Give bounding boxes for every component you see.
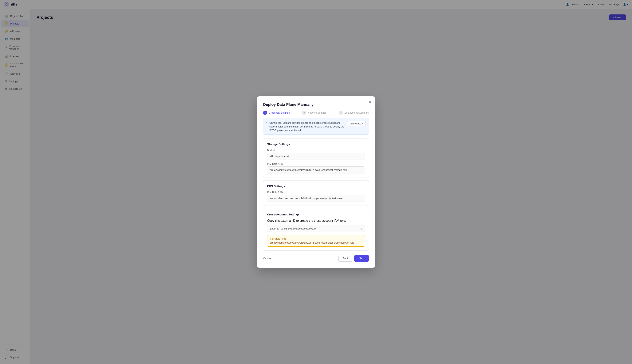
step-2-circle: 2 [302, 110, 306, 115]
copy-icon[interactable]: ⧉ [360, 227, 363, 230]
storage-iam-input[interactable] [267, 166, 365, 174]
view-guide-button[interactable]: View Guide↗ [347, 121, 366, 126]
info-text: On this tab, you are going to create an … [269, 121, 345, 132]
modal-overlay: Deploy Data Plane Manually × 1 Credentia… [31, 9, 632, 364]
eks-iam-input[interactable] [267, 195, 365, 202]
step-1-circle: 1 [263, 110, 267, 115]
modal-footer: Cancel Back Next [263, 255, 369, 262]
bucket-label: Bucket [267, 149, 365, 152]
info-banner: ℹ On this tab, you are going to create a… [263, 118, 369, 135]
back-button[interactable]: Back [338, 255, 352, 262]
modal-title: Deploy Data Plane Manually [263, 102, 369, 107]
cross-account-iam-value: arn:aws:iam::xxxxxxxxxxx:role/zilliz/zil… [270, 241, 362, 244]
footer-right-buttons: Back Next [338, 255, 369, 262]
external-id-field: ⧉ [267, 225, 365, 232]
eks-settings-section: EKS Settings IAM Role ARN [263, 180, 369, 206]
cross-account-settings-section: Cross-Account Settings Copy this externa… [263, 209, 369, 250]
external-id-input[interactable] [267, 225, 365, 232]
eks-iam-role-arn-field: IAM Role ARN [267, 191, 365, 202]
eks-settings-title: EKS Settings [267, 184, 365, 188]
cross-account-iam-role-arn-field: IAM Role ARN arn:aws:iam::xxxxxxxxxxx:ro… [267, 235, 365, 246]
main-content: Projects + Project Deploy Data Plane Man… [31, 9, 632, 364]
bucket-field: Bucket [267, 149, 365, 160]
step-network-settings: 2 Network Settings [302, 110, 326, 115]
storage-iam-role-arn-field: IAM Role ARN [267, 162, 365, 174]
modal-dialog: Deploy Data Plane Manually × 1 Credentia… [257, 96, 375, 268]
step-3-circle: 3 [339, 110, 343, 115]
cancel-button[interactable]: Cancel [263, 257, 272, 260]
step-deployment-summary: 3 Deployment Summary [339, 110, 369, 115]
info-icon: ℹ [266, 121, 268, 125]
next-button[interactable]: Next [354, 255, 369, 262]
app-layout: 🏢 Organization 📁 Projects 🔑 API Keys 👥 M… [0, 9, 632, 364]
storage-iam-label: IAM Role ARN [267, 162, 365, 165]
cross-account-description: Copy this external ID to create the cros… [267, 219, 365, 222]
storage-settings-section: Storage Settings Bucket IAM Role ARN [263, 138, 369, 178]
modal-close-button[interactable]: × [369, 100, 371, 104]
eks-iam-label: IAM Role ARN [267, 191, 365, 194]
wizard-steps: 1 Credential Settings 2 Network Settings… [263, 110, 369, 115]
cross-account-desc-text: Copy this external ID to create the cros… [267, 219, 346, 222]
cross-account-settings-title: Cross-Account Settings [267, 213, 365, 216]
step-1-label: Credential Settings [269, 111, 290, 114]
bucket-input[interactable] [267, 153, 365, 160]
storage-settings-title: Storage Settings [267, 142, 365, 146]
step-3-label: Deployment Summary [344, 111, 369, 114]
step-credential-settings: 1 Credential Settings [263, 110, 290, 115]
cross-account-iam-label: IAM Role ARN [270, 237, 362, 240]
step-2-label: Network Settings [308, 111, 326, 114]
